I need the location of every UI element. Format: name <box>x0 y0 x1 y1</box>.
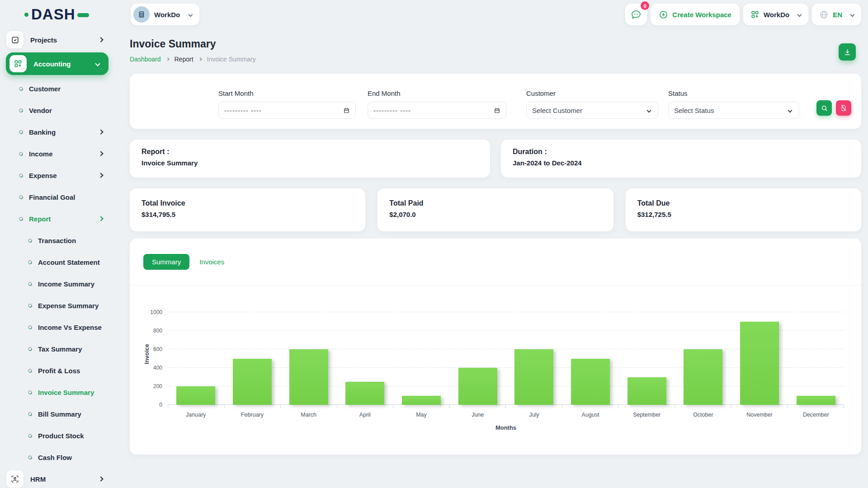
title-block: Invoice Summary Dashboard Report Invoice… <box>130 38 861 63</box>
sidebar-item-income-vs-expense[interactable]: Income Vs Expense <box>0 316 114 338</box>
sidebar-item-label: Income Vs Expense <box>38 324 102 331</box>
sidebar-item-bill-summary[interactable]: Bill Summary <box>0 403 114 425</box>
bar-november[interactable] <box>740 322 779 405</box>
sidebar-item-label: Transaction <box>38 237 76 244</box>
chart: Invoice 02004006008001000 JanuaryFebruar… <box>130 312 861 431</box>
calendar-icon[interactable] <box>494 107 500 114</box>
total-due-card: Total Due $312,725.5 <box>626 188 861 231</box>
sidebar-item-label: Profit & Loss <box>38 367 80 375</box>
sidebar-item-banking[interactable]: Banking <box>0 121 114 143</box>
x-tick-label: January <box>168 412 224 418</box>
workspace-menu-button[interactable]: WorkDo <box>743 4 808 25</box>
sidebar-item-label: Tax Summary <box>38 345 82 353</box>
bar-december[interactable] <box>797 396 835 405</box>
bar-september[interactable] <box>627 377 666 405</box>
chart-tabs: Summary Invoices <box>130 239 861 286</box>
status-select[interactable]: Select Status <box>668 102 799 119</box>
customer-select-value: Select Customer <box>532 107 582 114</box>
sidebar-item-transaction[interactable]: Transaction <box>0 230 114 251</box>
sidebar-item-label: HRM <box>30 475 46 483</box>
chevron-down-icon <box>797 12 802 17</box>
grid-plus-icon <box>9 55 27 72</box>
chart-plot: 02004006008001000 <box>168 312 844 405</box>
sidebar-item-profit-loss[interactable]: Profit & Loss <box>0 360 114 381</box>
total-due-label: Total Due <box>637 199 849 207</box>
sidebar-item-projects[interactable]: Projects <box>0 29 114 51</box>
sidebar-item-label: Expense <box>29 172 57 179</box>
bar-july[interactable] <box>514 349 553 405</box>
sidebar-item-label: Financial Goal <box>29 193 75 201</box>
bar-slot <box>224 312 281 405</box>
ring-bullet-icon <box>27 433 33 439</box>
sidebar-item-account-statement[interactable]: Account Statement <box>0 251 114 273</box>
sidebar-item-cash-flow[interactable]: Cash Flow <box>0 446 114 468</box>
language-button[interactable]: EN <box>812 4 861 25</box>
messages-button[interactable]: 0 <box>625 4 647 25</box>
sidebar-item-customer[interactable]: Customer <box>0 78 114 99</box>
y-tick-label: 800 <box>153 328 162 334</box>
checkbox-icon <box>6 31 24 48</box>
dash-logo[interactable]: DASH <box>0 0 114 29</box>
sidebar-item-vendor[interactable]: Vendor <box>0 99 114 121</box>
sidebar-item-invoice-summary[interactable]: Invoice Summary <box>0 381 114 403</box>
x-axis-title: Months <box>168 424 844 431</box>
x-tick-label: June <box>449 412 506 418</box>
chevron-right-icon <box>98 129 103 134</box>
end-month-input[interactable] <box>373 107 494 114</box>
sidebar-item-accounting[interactable]: Accounting <box>6 52 108 75</box>
bar-october[interactable] <box>684 349 722 405</box>
breadcrumb: Dashboard Report Invoice Summary <box>130 56 861 63</box>
sidebar-item-expense-summary[interactable]: Expense Summary <box>0 295 114 316</box>
breadcrumb-item-report[interactable]: Report <box>175 56 193 63</box>
bar-may[interactable] <box>402 396 441 405</box>
sidebar-item-tax-summary[interactable]: Tax Summary <box>0 338 114 360</box>
sidebar-item-label: Banking <box>29 128 56 136</box>
ring-bullet-icon <box>18 194 24 200</box>
download-button[interactable] <box>839 43 856 61</box>
x-tick-label: March <box>280 412 337 418</box>
bar-august[interactable] <box>571 359 610 405</box>
tab-summary[interactable]: Summary <box>143 254 189 270</box>
total-invoice-value: $314,795.5 <box>142 211 354 218</box>
bar-april[interactable] <box>345 382 384 405</box>
customer-select[interactable]: Select Customer <box>526 102 658 119</box>
sidebar-item-income[interactable]: Income <box>0 143 114 164</box>
search-button[interactable] <box>816 100 832 116</box>
x-tick-label: September <box>618 412 675 418</box>
sidebar-item-expense[interactable]: Expense <box>0 164 114 186</box>
y-axis-title: Invoice <box>143 344 150 364</box>
total-paid-label: Total Paid <box>389 199 601 207</box>
bar-june[interactable] <box>458 368 497 405</box>
chevron-right-icon <box>198 57 202 61</box>
ring-bullet-icon <box>27 259 33 265</box>
workspace-switcher[interactable]: WorkDo <box>131 4 199 25</box>
tab-invoices[interactable]: Invoices <box>199 258 224 266</box>
sidebar-item-financial-goal[interactable]: Financial Goal <box>0 186 114 208</box>
bar-march[interactable] <box>289 349 328 405</box>
bar-slot <box>280 312 337 405</box>
start-month-input-wrap <box>218 102 356 119</box>
sidebar-item-label: Projects <box>30 36 57 44</box>
sidebar-item-product-stock[interactable]: Product Stock <box>0 425 114 446</box>
filter-buttons <box>816 100 851 116</box>
start-month-input[interactable] <box>224 107 343 114</box>
chevron-right-icon <box>165 57 169 61</box>
top-bar: WorkDo 0 Create Workspace <box>130 0 861 29</box>
ring-bullet-icon <box>27 346 33 352</box>
sidebar-item-report[interactable]: Report <box>0 208 114 230</box>
calendar-icon[interactable] <box>343 107 350 114</box>
sidebar-item-income-summary[interactable]: Income Summary <box>0 273 114 295</box>
create-workspace-button[interactable]: Create Workspace <box>651 4 740 25</box>
logo-dash-icon <box>77 13 89 17</box>
grid-plus-icon <box>750 10 760 19</box>
chevron-down-icon <box>850 12 855 17</box>
bar-slot <box>675 312 731 405</box>
bar-february[interactable] <box>233 359 272 405</box>
reset-button[interactable] <box>836 100 851 116</box>
sidebar-item-hrm[interactable]: HRM <box>0 468 114 488</box>
y-tick-label: 200 <box>153 383 162 389</box>
breadcrumb-link-dashboard[interactable]: Dashboard <box>130 56 161 63</box>
bar-slot <box>731 312 788 405</box>
bar-january[interactable] <box>176 386 215 405</box>
start-month-label: Start Month <box>218 89 356 97</box>
